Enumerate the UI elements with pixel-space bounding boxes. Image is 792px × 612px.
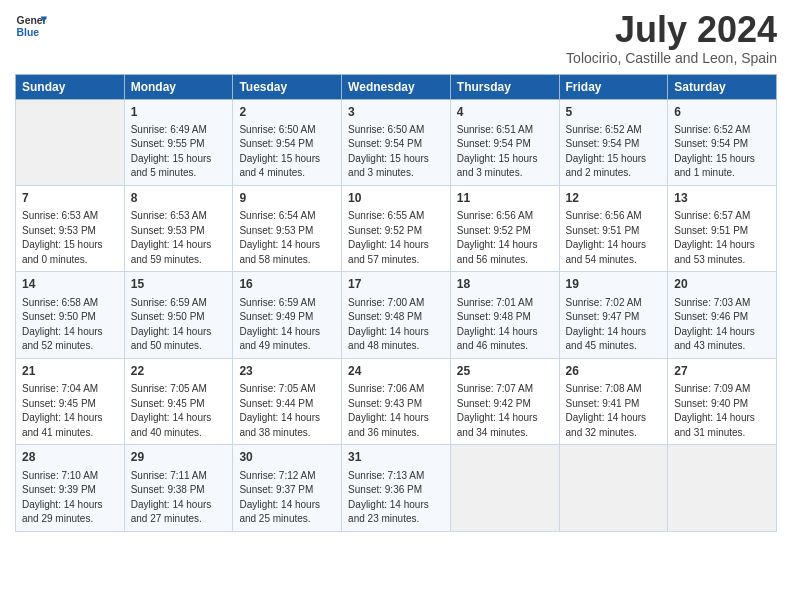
calendar-cell <box>450 445 559 531</box>
calendar-cell: 21Sunrise: 7:04 AMSunset: 9:45 PMDayligh… <box>16 358 125 444</box>
day-number: 15 <box>131 276 227 293</box>
day-info: Sunrise: 7:06 AMSunset: 9:43 PMDaylight:… <box>348 382 444 440</box>
day-info: Sunrise: 6:52 AMSunset: 9:54 PMDaylight:… <box>566 123 662 181</box>
calendar-cell: 1Sunrise: 6:49 AMSunset: 9:55 PMDaylight… <box>124 99 233 185</box>
day-info: Sunrise: 6:56 AMSunset: 9:52 PMDaylight:… <box>457 209 553 267</box>
day-info: Sunrise: 6:54 AMSunset: 9:53 PMDaylight:… <box>239 209 335 267</box>
day-header-sunday: Sunday <box>16 74 125 99</box>
calendar-cell: 20Sunrise: 7:03 AMSunset: 9:46 PMDayligh… <box>668 272 777 358</box>
calendar-cell: 8Sunrise: 6:53 AMSunset: 9:53 PMDaylight… <box>124 185 233 271</box>
calendar-cell: 27Sunrise: 7:09 AMSunset: 9:40 PMDayligh… <box>668 358 777 444</box>
day-number: 14 <box>22 276 118 293</box>
calendar-cell <box>16 99 125 185</box>
calendar-cell: 26Sunrise: 7:08 AMSunset: 9:41 PMDayligh… <box>559 358 668 444</box>
calendar-cell: 11Sunrise: 6:56 AMSunset: 9:52 PMDayligh… <box>450 185 559 271</box>
day-info: Sunrise: 7:08 AMSunset: 9:41 PMDaylight:… <box>566 382 662 440</box>
day-header-wednesday: Wednesday <box>342 74 451 99</box>
month-title: July 2024 <box>566 10 777 50</box>
day-info: Sunrise: 7:01 AMSunset: 9:48 PMDaylight:… <box>457 296 553 354</box>
calendar-cell <box>559 445 668 531</box>
day-number: 20 <box>674 276 770 293</box>
calendar-cell: 22Sunrise: 7:05 AMSunset: 9:45 PMDayligh… <box>124 358 233 444</box>
calendar-week-5: 28Sunrise: 7:10 AMSunset: 9:39 PMDayligh… <box>16 445 777 531</box>
calendar-cell: 10Sunrise: 6:55 AMSunset: 9:52 PMDayligh… <box>342 185 451 271</box>
calendar-cell: 15Sunrise: 6:59 AMSunset: 9:50 PMDayligh… <box>124 272 233 358</box>
calendar-cell: 28Sunrise: 7:10 AMSunset: 9:39 PMDayligh… <box>16 445 125 531</box>
day-header-friday: Friday <box>559 74 668 99</box>
calendar-week-3: 14Sunrise: 6:58 AMSunset: 9:50 PMDayligh… <box>16 272 777 358</box>
calendar-cell: 13Sunrise: 6:57 AMSunset: 9:51 PMDayligh… <box>668 185 777 271</box>
day-number: 1 <box>131 104 227 121</box>
day-info: Sunrise: 7:05 AMSunset: 9:45 PMDaylight:… <box>131 382 227 440</box>
day-info: Sunrise: 6:50 AMSunset: 9:54 PMDaylight:… <box>239 123 335 181</box>
day-number: 5 <box>566 104 662 121</box>
calendar-cell: 3Sunrise: 6:50 AMSunset: 9:54 PMDaylight… <box>342 99 451 185</box>
calendar-cell: 23Sunrise: 7:05 AMSunset: 9:44 PMDayligh… <box>233 358 342 444</box>
calendar-cell: 17Sunrise: 7:00 AMSunset: 9:48 PMDayligh… <box>342 272 451 358</box>
day-number: 17 <box>348 276 444 293</box>
day-number: 28 <box>22 449 118 466</box>
day-number: 13 <box>674 190 770 207</box>
day-number: 18 <box>457 276 553 293</box>
day-number: 8 <box>131 190 227 207</box>
calendar-cell: 16Sunrise: 6:59 AMSunset: 9:49 PMDayligh… <box>233 272 342 358</box>
day-info: Sunrise: 6:52 AMSunset: 9:54 PMDaylight:… <box>674 123 770 181</box>
day-info: Sunrise: 7:04 AMSunset: 9:45 PMDaylight:… <box>22 382 118 440</box>
day-number: 29 <box>131 449 227 466</box>
day-number: 4 <box>457 104 553 121</box>
day-info: Sunrise: 7:03 AMSunset: 9:46 PMDaylight:… <box>674 296 770 354</box>
day-info: Sunrise: 7:02 AMSunset: 9:47 PMDaylight:… <box>566 296 662 354</box>
day-number: 30 <box>239 449 335 466</box>
day-header-thursday: Thursday <box>450 74 559 99</box>
day-number: 10 <box>348 190 444 207</box>
calendar-header-row: SundayMondayTuesdayWednesdayThursdayFrid… <box>16 74 777 99</box>
calendar-cell: 29Sunrise: 7:11 AMSunset: 9:38 PMDayligh… <box>124 445 233 531</box>
svg-text:Blue: Blue <box>17 27 40 38</box>
day-number: 26 <box>566 363 662 380</box>
calendar-cell: 6Sunrise: 6:52 AMSunset: 9:54 PMDaylight… <box>668 99 777 185</box>
calendar-cell: 9Sunrise: 6:54 AMSunset: 9:53 PMDaylight… <box>233 185 342 271</box>
day-header-saturday: Saturday <box>668 74 777 99</box>
day-number: 9 <box>239 190 335 207</box>
day-info: Sunrise: 6:51 AMSunset: 9:54 PMDaylight:… <box>457 123 553 181</box>
day-info: Sunrise: 6:53 AMSunset: 9:53 PMDaylight:… <box>131 209 227 267</box>
day-number: 7 <box>22 190 118 207</box>
day-number: 22 <box>131 363 227 380</box>
day-info: Sunrise: 7:05 AMSunset: 9:44 PMDaylight:… <box>239 382 335 440</box>
calendar-week-1: 1Sunrise: 6:49 AMSunset: 9:55 PMDaylight… <box>16 99 777 185</box>
day-info: Sunrise: 6:53 AMSunset: 9:53 PMDaylight:… <box>22 209 118 267</box>
calendar-cell: 24Sunrise: 7:06 AMSunset: 9:43 PMDayligh… <box>342 358 451 444</box>
day-info: Sunrise: 7:10 AMSunset: 9:39 PMDaylight:… <box>22 469 118 527</box>
day-info: Sunrise: 7:13 AMSunset: 9:36 PMDaylight:… <box>348 469 444 527</box>
day-info: Sunrise: 7:00 AMSunset: 9:48 PMDaylight:… <box>348 296 444 354</box>
day-info: Sunrise: 7:12 AMSunset: 9:37 PMDaylight:… <box>239 469 335 527</box>
location-subtitle: Tolocirio, Castille and Leon, Spain <box>566 50 777 66</box>
day-number: 31 <box>348 449 444 466</box>
calendar-cell: 2Sunrise: 6:50 AMSunset: 9:54 PMDaylight… <box>233 99 342 185</box>
logo-icon: General Blue <box>15 10 47 42</box>
calendar-cell: 4Sunrise: 6:51 AMSunset: 9:54 PMDaylight… <box>450 99 559 185</box>
day-info: Sunrise: 6:50 AMSunset: 9:54 PMDaylight:… <box>348 123 444 181</box>
day-number: 25 <box>457 363 553 380</box>
calendar-cell: 5Sunrise: 6:52 AMSunset: 9:54 PMDaylight… <box>559 99 668 185</box>
day-info: Sunrise: 6:59 AMSunset: 9:49 PMDaylight:… <box>239 296 335 354</box>
day-info: Sunrise: 7:11 AMSunset: 9:38 PMDaylight:… <box>131 469 227 527</box>
calendar-cell: 19Sunrise: 7:02 AMSunset: 9:47 PMDayligh… <box>559 272 668 358</box>
title-area: July 2024 Tolocirio, Castille and Leon, … <box>566 10 777 66</box>
logo: General Blue <box>15 10 47 42</box>
calendar-cell <box>668 445 777 531</box>
day-info: Sunrise: 6:57 AMSunset: 9:51 PMDaylight:… <box>674 209 770 267</box>
day-info: Sunrise: 7:09 AMSunset: 9:40 PMDaylight:… <box>674 382 770 440</box>
day-info: Sunrise: 7:07 AMSunset: 9:42 PMDaylight:… <box>457 382 553 440</box>
day-number: 19 <box>566 276 662 293</box>
day-info: Sunrise: 6:49 AMSunset: 9:55 PMDaylight:… <box>131 123 227 181</box>
calendar-week-4: 21Sunrise: 7:04 AMSunset: 9:45 PMDayligh… <box>16 358 777 444</box>
day-number: 3 <box>348 104 444 121</box>
day-info: Sunrise: 6:55 AMSunset: 9:52 PMDaylight:… <box>348 209 444 267</box>
calendar-week-2: 7Sunrise: 6:53 AMSunset: 9:53 PMDaylight… <box>16 185 777 271</box>
day-number: 2 <box>239 104 335 121</box>
day-number: 24 <box>348 363 444 380</box>
page-header: General Blue July 2024 Tolocirio, Castil… <box>15 10 777 66</box>
calendar-cell: 31Sunrise: 7:13 AMSunset: 9:36 PMDayligh… <box>342 445 451 531</box>
day-info: Sunrise: 6:56 AMSunset: 9:51 PMDaylight:… <box>566 209 662 267</box>
